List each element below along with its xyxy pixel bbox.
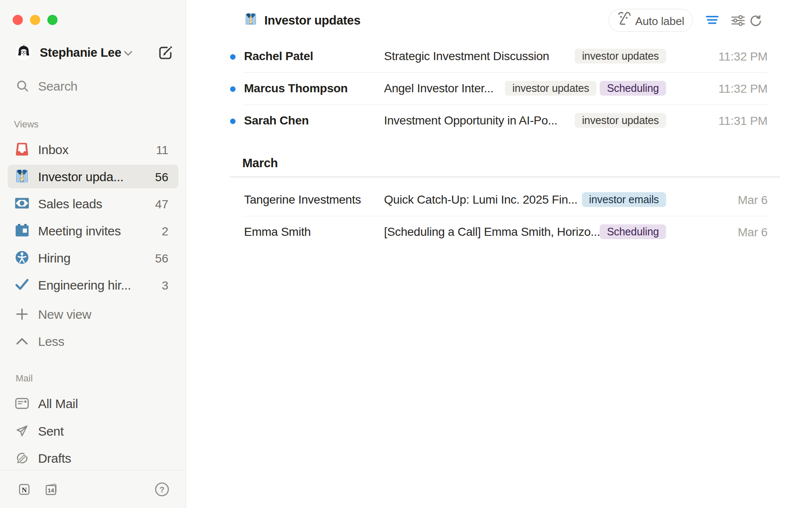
svg-text:?: ? xyxy=(159,485,165,494)
svg-text:N: N xyxy=(22,486,27,494)
svg-text:14: 14 xyxy=(48,487,55,494)
